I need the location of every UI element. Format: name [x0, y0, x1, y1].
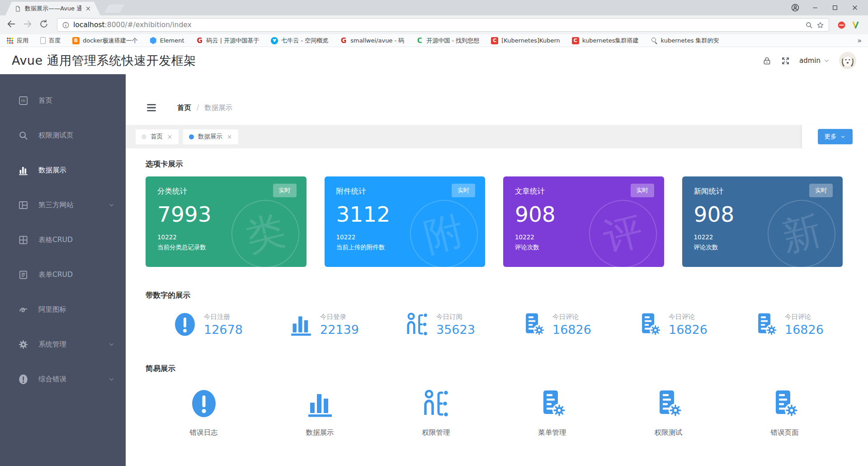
sidebar-item[interactable]: 第三方网站: [0, 188, 126, 223]
breadcrumb-bar: 首页 / 数据展示: [126, 74, 868, 125]
number-stat-item: 今日订阅 35623: [378, 312, 494, 337]
doc-gear-icon: [654, 389, 683, 418]
sidebar-item[interactable]: 阿里图标: [0, 292, 126, 327]
card-badge: 实时: [631, 184, 654, 197]
stat-label: 今日评论: [552, 313, 591, 321]
bookmarks-overflow-chevron[interactable]: »: [851, 36, 862, 45]
bar-chart-icon: [289, 312, 313, 337]
tag-close-icon[interactable]: [226, 134, 232, 140]
stat-card: 文章统计 实时 908 10222 评论次数 评: [503, 176, 664, 267]
doc-gear-icon: [637, 312, 662, 337]
sidebar-item[interactable]: 首页: [0, 83, 126, 118]
sidebar-item[interactable]: 表格CRUD: [0, 223, 126, 257]
hamburger-icon[interactable]: [146, 102, 157, 114]
stat-value: 16826: [552, 323, 591, 337]
chevron-down-icon: [840, 134, 846, 140]
bookmark-item[interactable]: kubernetes 集群的安: [651, 37, 719, 45]
sidebar-item[interactable]: 综合错误: [0, 362, 126, 397]
simple-item[interactable]: 权限管理: [378, 389, 494, 437]
sidebar-item[interactable]: 系统管理: [0, 327, 126, 362]
card-badge: 实时: [273, 184, 297, 197]
lock-icon[interactable]: [762, 56, 772, 66]
bookmark-item[interactable]: 应用: [6, 37, 28, 45]
exclamation-circle-icon: [189, 389, 218, 418]
doc-gear-icon: [770, 389, 799, 418]
stat-card: 分类统计 实时 7993 10222 当前分类总记录数 类: [146, 176, 307, 267]
gitee-icon: [196, 37, 203, 44]
fullscreen-icon[interactable]: [781, 56, 790, 66]
chevron-down-icon: [108, 341, 115, 348]
card-badge: 实时: [809, 184, 833, 197]
more-panel: 更多: [802, 125, 868, 148]
grid-layout-icon: [18, 200, 28, 210]
bookmark-item[interactable]: 码云 | 开源中国基于: [196, 37, 259, 45]
bookmark-item[interactable]: smallwei/avue - 码: [340, 37, 404, 45]
bookmark-item[interactable]: 百度: [40, 37, 61, 45]
address-bar[interactable]: localhost:8000/#/exhibition/index: [57, 18, 829, 32]
more-button[interactable]: 更多: [818, 129, 853, 144]
stat-cards: 分类统计 实时 7993 10222 当前分类总记录数 类 附件统计 实时 31…: [146, 176, 843, 267]
minimize-button[interactable]: [808, 2, 822, 14]
sidebar-item[interactable]: 表单CRUD: [0, 257, 126, 292]
simple-item[interactable]: 菜单管理: [494, 389, 610, 437]
sidebar-item[interactable]: 权限测试页: [0, 118, 126, 153]
stat-card: 附件统计 实时 3112 10222 当前上传的附件数 附: [325, 176, 486, 267]
reload-button[interactable]: [39, 19, 51, 31]
new-tab-button[interactable]: [104, 5, 124, 13]
forward-button[interactable]: [23, 19, 34, 31]
v-extension-icon[interactable]: [851, 21, 860, 29]
simple-item[interactable]: 错误日志: [146, 389, 262, 437]
breadcrumb-home[interactable]: 首页: [177, 103, 191, 113]
form-doc-icon: [18, 270, 28, 280]
bookmark-item[interactable]: Element: [150, 37, 184, 44]
bookmark-item[interactable]: 开源中国 - 找到您想: [416, 37, 479, 45]
number-stat-item: 今日登录 22139: [262, 312, 378, 337]
tag-close-icon[interactable]: [167, 134, 173, 140]
back-button[interactable]: [6, 19, 18, 31]
bookmark-star-icon[interactable]: [816, 21, 824, 29]
chevron-down-icon: [108, 202, 115, 209]
simple-item[interactable]: 数据展示: [262, 389, 378, 437]
zoom-icon[interactable]: [805, 21, 813, 29]
page-outline-icon: [40, 37, 46, 44]
page-icon: [14, 5, 21, 12]
stat-value: 12678: [204, 323, 243, 337]
number-stats: 今日注册 12678 今日登录 22139 今日订阅 35623 今日评论 16…: [146, 312, 843, 337]
maximize-button[interactable]: [828, 2, 842, 14]
bookmark-item[interactable]: 七牛云 - 空间概览: [271, 37, 328, 45]
site-info-icon[interactable]: [62, 21, 70, 29]
chevron-down-icon: [823, 57, 830, 64]
tag-dot: [142, 134, 146, 139]
bookmark-item[interactable]: [Kubernetes]Kubern: [491, 37, 560, 44]
stat-value: 16826: [669, 323, 708, 337]
adblock-extension-icon[interactable]: [837, 21, 846, 29]
extension-icons: [835, 21, 862, 29]
app-title: Avue 通用管理系统快速开发框架: [12, 52, 196, 69]
main-area: 首页 / 数据展示 首页 数据展示 更多: [126, 74, 868, 466]
simple-item[interactable]: 权限测试: [610, 389, 726, 437]
stat-label: 今日登录: [320, 313, 359, 321]
simple-label: 权限测试: [655, 428, 683, 437]
exclamation-circle-icon: [18, 374, 28, 385]
avatar[interactable]: [839, 52, 856, 69]
user-menu[interactable]: admin: [799, 57, 830, 65]
number-stat-item: 今日评论 16826: [494, 312, 610, 337]
window-close-button[interactable]: [848, 2, 862, 14]
browser-tab[interactable]: 数据展示——Avue 通用: [5, 2, 100, 15]
bookmark-item[interactable]: kubernetes集群搭建: [572, 37, 639, 45]
bookmark-item[interactable]: docker极速搭建一个: [72, 37, 138, 45]
tag-label: 数据展示: [198, 133, 222, 141]
sidebar-item[interactable]: 数据展示: [0, 153, 126, 188]
window-controls: [788, 0, 868, 15]
doc-gear-icon: [521, 312, 546, 337]
browser-profile-icon[interactable]: [788, 2, 802, 14]
simple-item[interactable]: 错误页面: [726, 389, 843, 437]
number-stat-item: 今日评论 16826: [726, 312, 843, 337]
tag-item[interactable]: 首页: [136, 129, 179, 144]
stat-label: 今日评论: [669, 313, 708, 321]
tab-close-icon[interactable]: [85, 5, 91, 12]
sidebar: 首页 权限测试页 数据展示 第三方网站 表格CRUD 表单CRUD 阿里图标 系…: [0, 74, 126, 466]
tag-item[interactable]: 数据展示: [183, 129, 238, 144]
card-badge: 实时: [452, 184, 475, 197]
gitee-icon: [340, 37, 347, 44]
